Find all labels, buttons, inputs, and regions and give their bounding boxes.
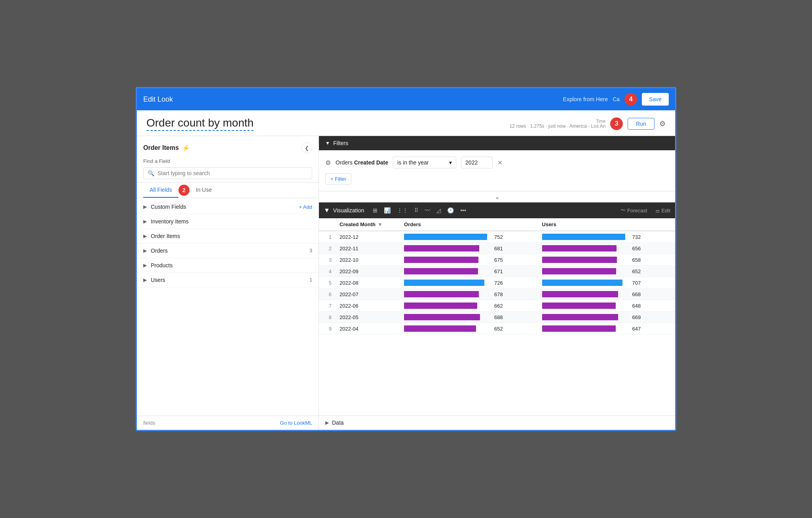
- viz-tool-dots[interactable]: ⠿: [412, 206, 421, 215]
- cell-month: 2022-10: [335, 254, 399, 266]
- table-row: 8 2022-05 688 669: [319, 312, 675, 323]
- group-custom-fields[interactable]: ▶ Custom Fields + Add: [137, 200, 319, 214]
- viz-collapse-icon: ▼: [324, 207, 330, 214]
- cancel-link[interactable]: Ca: [613, 96, 620, 102]
- col-created-month[interactable]: Created Month ▾: [335, 218, 399, 231]
- expand-icon: ▶: [143, 219, 147, 224]
- group-count: 1: [309, 277, 312, 283]
- col-users[interactable]: Users: [537, 218, 675, 231]
- search-box: 🔍: [143, 167, 312, 179]
- group-count: 3: [309, 248, 312, 253]
- group-orders[interactable]: ▶ Orders 3: [137, 244, 319, 258]
- forecast-button[interactable]: 〜 Forecast: [620, 207, 647, 214]
- cell-orders: 675: [399, 254, 537, 266]
- cell-users: 652: [537, 266, 675, 277]
- step2-badge: 2: [178, 185, 190, 196]
- collapse-sidebar-button[interactable]: ❮: [301, 142, 312, 153]
- add-custom-field-link[interactable]: + Add: [299, 204, 312, 210]
- group-name: Inventory Items: [151, 218, 312, 225]
- step4-badge: 4: [624, 93, 637, 106]
- data-section-header[interactable]: ▶ Data: [319, 416, 675, 430]
- viz-tool-line[interactable]: 〰: [422, 206, 433, 215]
- save-button[interactable]: Save: [642, 93, 669, 106]
- viz-tool-area[interactable]: ◿: [434, 206, 443, 215]
- sidebar-title-text: Order Items: [143, 144, 179, 151]
- filter-clear-button[interactable]: ✕: [497, 159, 503, 166]
- tab-all-fields[interactable]: All Fields: [143, 183, 178, 198]
- cell-users: 658: [537, 254, 675, 266]
- group-name: Users: [151, 277, 309, 283]
- filter-gear-icon[interactable]: ⚙: [325, 159, 331, 166]
- group-inventory-items[interactable]: ▶ Inventory Items: [137, 214, 319, 229]
- viz-tool-scatter[interactable]: ⋮⋮: [395, 206, 410, 215]
- table-row: 5 2022-08 726 707: [319, 277, 675, 289]
- filter-operator-select[interactable]: is in the year ▾: [393, 157, 456, 168]
- look-title: Order count by month: [146, 117, 254, 131]
- expand-icon: ▶: [143, 248, 147, 253]
- col-num: [319, 218, 335, 231]
- content-area: Order count by month Time 12 rows · 1.27…: [137, 110, 675, 430]
- data-section: ▶ Data: [319, 415, 675, 430]
- group-order-items[interactable]: ▶ Order Items: [137, 229, 319, 244]
- row-number: 9: [319, 323, 335, 335]
- filters-header[interactable]: ▼ Filters: [319, 136, 675, 150]
- group-products[interactable]: ▶ Products: [137, 258, 319, 273]
- cell-orders: 726: [399, 277, 537, 289]
- cell-month: 2022-06: [335, 300, 399, 312]
- data-table: Created Month ▾ Orders Users 1 2022-12: [319, 218, 675, 335]
- viz-tool-table[interactable]: ⊞: [370, 206, 380, 215]
- data-expand-icon: ▶: [325, 420, 329, 425]
- time-label: Time: [510, 119, 606, 123]
- cell-users: 656: [537, 243, 675, 254]
- cell-month: 2022-12: [335, 231, 399, 243]
- cell-orders: 678: [399, 289, 537, 300]
- group-name: Custom Fields: [151, 204, 299, 210]
- viz-tool-more[interactable]: •••: [458, 206, 469, 215]
- row-number: 5: [319, 277, 335, 289]
- add-filter-button[interactable]: + Filter: [325, 173, 351, 185]
- table-header-row: Created Month ▾ Orders Users: [319, 218, 675, 231]
- settings-button[interactable]: ⚙: [659, 119, 666, 128]
- row-number: 7: [319, 300, 335, 312]
- filter-value-input[interactable]: 2022: [461, 157, 493, 168]
- cell-users: 647: [537, 323, 675, 335]
- run-button[interactable]: Run: [628, 118, 655, 130]
- tab-in-use[interactable]: In Use: [190, 183, 218, 198]
- row-number: 8: [319, 312, 335, 323]
- sidebar-title: Order Items ⚡ ❮: [143, 142, 312, 153]
- edit-viz-button[interactable]: ⚌ Edit: [655, 208, 670, 214]
- chevron-down-icon: ▾: [449, 159, 452, 166]
- title-bar: Order count by month Time 12 rows · 1.27…: [137, 110, 675, 136]
- cell-orders: 688: [399, 312, 537, 323]
- lightning-icon: ⚡: [182, 144, 190, 152]
- filter-body: ⚙ Orders Created Date is in the year ▾ 2…: [319, 150, 675, 191]
- cell-month: 2022-08: [335, 277, 399, 289]
- forecast-label: Forecast: [627, 208, 647, 214]
- table-body: 1 2022-12 752 732 2 2022-11: [319, 231, 675, 335]
- search-input[interactable]: [157, 170, 308, 176]
- app-frame: Edit Look Explore from Here Ca 4 Save Or…: [136, 87, 676, 431]
- cell-users: 648: [537, 300, 675, 312]
- row-number: 2: [319, 243, 335, 254]
- field-tabs: All Fields 2 In Use: [137, 183, 319, 198]
- filters-section-collapse[interactable]: ⌄: [319, 191, 675, 202]
- row-number: 3: [319, 254, 335, 266]
- viz-tool-bar[interactable]: 📊: [381, 206, 393, 215]
- cell-orders: 752: [399, 231, 537, 243]
- go-to-looklml-link[interactable]: Go to LookML: [280, 420, 312, 426]
- search-icon: 🔍: [148, 170, 154, 176]
- group-users[interactable]: ▶ Users 1: [137, 273, 319, 287]
- expand-icon: ▶: [143, 263, 147, 268]
- filters-label: Filters: [333, 140, 348, 146]
- viz-label: Visualization: [333, 207, 364, 214]
- viz-tool-clock[interactable]: 🕐: [445, 206, 456, 215]
- col-orders[interactable]: Orders: [399, 218, 537, 231]
- filter-field-name: Orders Created Date: [336, 159, 388, 166]
- cell-users: 669: [537, 312, 675, 323]
- explore-link[interactable]: Explore from Here: [563, 96, 608, 102]
- filter-operator-value: is in the year: [397, 159, 429, 166]
- data-table-container: Created Month ▾ Orders Users 1 2022-12: [319, 218, 675, 335]
- viz-tools: ⊞ 📊 ⋮⋮ ⠿ 〰 ◿ 🕐 •••: [370, 206, 469, 215]
- table-row: 6 2022-07 678 668: [319, 289, 675, 300]
- cell-users: 732: [537, 231, 675, 243]
